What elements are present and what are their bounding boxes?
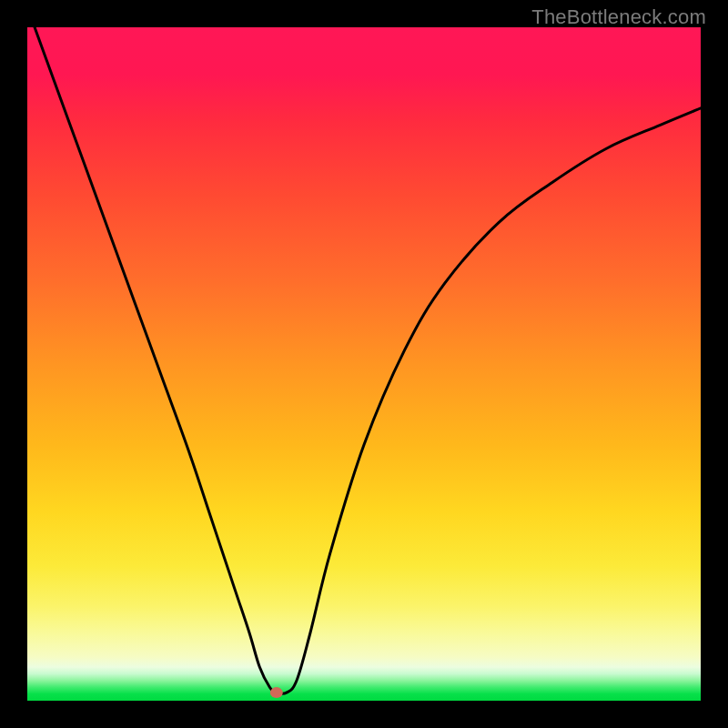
plot-area bbox=[27, 27, 701, 701]
chart-frame: TheBottleneck.com bbox=[0, 0, 728, 728]
bottleneck-marker bbox=[270, 687, 283, 698]
curve-svg bbox=[27, 27, 701, 701]
credit-label: TheBottleneck.com bbox=[531, 5, 706, 29]
bottleneck-curve bbox=[27, 7, 701, 694]
